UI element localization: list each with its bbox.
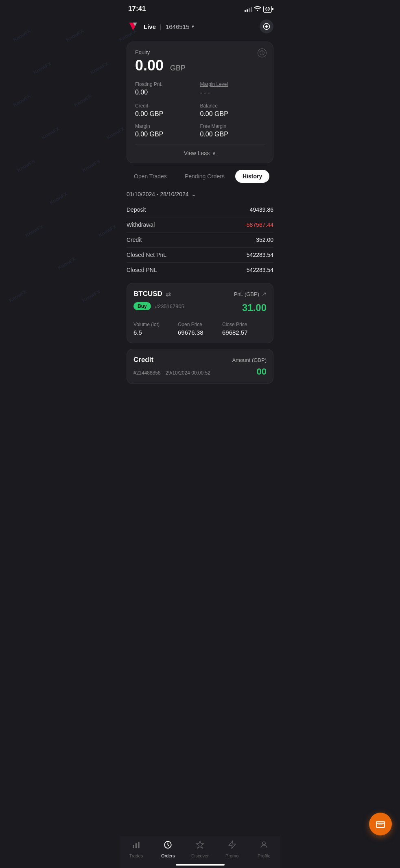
close-price-label: Close Price xyxy=(222,322,267,327)
stat-credit-value: 352.00 xyxy=(256,237,273,243)
stat-closed-net-pnl-label: Closed Net PnL xyxy=(127,252,166,258)
view-less-button[interactable]: View Less ∧ xyxy=(135,145,265,156)
stat-credit-label: Credit xyxy=(127,237,142,243)
floating-pnl-value: 0.00 xyxy=(135,89,148,96)
chevron-up-icon: ∧ xyxy=(212,150,216,156)
stat-deposit-label: Deposit xyxy=(127,206,146,213)
stat-withdrawal-label: Withdrawal xyxy=(127,221,155,228)
balance-label: Balance xyxy=(200,103,265,109)
date-range-value: 01/10/2024 - 28/10/2024 xyxy=(127,191,189,197)
header-left: Live | 1646515 ▾ xyxy=(127,20,194,33)
margin-level-label: Margin Level xyxy=(200,81,265,87)
wifi-icon xyxy=(254,6,261,12)
credit-equity-value: 0.00 GBP xyxy=(135,110,163,117)
stat-withdrawal-value: -587567.44 xyxy=(245,221,273,228)
equity-currency: GBP xyxy=(170,64,186,72)
margin-level-value: --- xyxy=(200,89,211,97)
credit-card-header: Credit Amount (GBP) xyxy=(133,356,267,364)
credit-date: 29/10/2024 00:00:52 xyxy=(166,370,210,376)
credit-id: #214488858 xyxy=(133,370,161,376)
trade-card-btcusd: BTCUSD ⇄ PnL (GBP) ↗ Buy #235167905 31.0… xyxy=(127,283,273,343)
pnl-label-row: PnL (GBP) ↗ xyxy=(234,291,267,297)
open-price-label: Open Price xyxy=(178,322,222,327)
account-divider: | xyxy=(160,23,162,30)
account-selector[interactable]: Live | 1646515 ▾ xyxy=(144,23,194,30)
credit-title: Credit xyxy=(133,356,153,364)
pnl-gbp-label: PnL (GBP) xyxy=(234,291,259,297)
header-right xyxy=(260,20,273,33)
equity-label: Equity xyxy=(135,49,265,55)
margin-label: Margin xyxy=(135,123,200,129)
tab-history[interactable]: History xyxy=(235,170,269,183)
tabs-row: Open Trades Pending Orders History xyxy=(120,168,280,188)
open-price-item: Open Price 69676.38 xyxy=(178,322,222,336)
equity-card: ⓘ Equity 0.00 GBP Floating PnL 0.00 Marg… xyxy=(127,42,273,163)
status-time: 17:41 xyxy=(128,5,146,13)
credit-equity-label: Credit xyxy=(135,103,200,109)
tab-open-trades[interactable]: Open Trades xyxy=(127,170,174,183)
account-live-label: Live xyxy=(144,23,156,30)
stat-closed-pnl: Closed PNL 542283.54 xyxy=(127,263,273,277)
credit-item: Credit 0.00 GBP xyxy=(135,103,200,118)
chevron-down-icon: ▾ xyxy=(192,24,194,29)
credit-amount: 00 xyxy=(257,366,267,377)
trade-adjust-icon[interactable]: ⇄ xyxy=(166,290,171,298)
trade-symbol: BTCUSD xyxy=(133,290,162,298)
trade-prices: Volume (lot) 6.5 Open Price 69676.38 Clo… xyxy=(133,322,267,336)
stat-withdrawal: Withdrawal -587567.44 xyxy=(127,217,273,232)
open-price-value: 69676.38 xyxy=(178,329,203,336)
app-logo xyxy=(127,20,140,33)
trade-id: #235167905 xyxy=(155,303,184,309)
volume-label: Volume (lot) xyxy=(133,322,178,327)
trade-card-header: BTCUSD ⇄ PnL (GBP) ↗ xyxy=(133,290,267,298)
status-bar: 17:41 69 xyxy=(120,0,280,16)
close-price-value: 69682.57 xyxy=(222,329,248,336)
header: Live | 1646515 ▾ xyxy=(120,16,280,38)
pnl-value: 31.00 xyxy=(242,302,267,313)
stat-credit: Credit 352.00 xyxy=(127,232,273,248)
history-stats: Deposit 49439.86 Withdrawal -587567.44 C… xyxy=(120,202,280,277)
svg-point-4 xyxy=(265,25,268,28)
stat-closed-pnl-label: Closed PNL xyxy=(127,267,157,273)
stat-closed-net-pnl-value: 542283.54 xyxy=(247,252,273,258)
stat-closed-pnl-value: 542283.54 xyxy=(247,267,273,273)
free-margin-value: 0.00 GBP xyxy=(200,131,228,138)
free-margin-item: Free Margin 0.00 GBP xyxy=(200,123,265,138)
stat-closed-net-pnl: Closed Net PnL 542283.54 xyxy=(127,248,273,263)
credit-transaction-card: Credit Amount (GBP) #214488858 29/10/202… xyxy=(127,349,273,384)
svg-point-0 xyxy=(257,10,258,11)
stat-deposit-value: 49439.86 xyxy=(250,206,273,213)
balance-value: 0.00 GBP xyxy=(200,110,228,117)
equity-value: 0.00 GBP xyxy=(135,57,265,74)
volume-value: 6.5 xyxy=(133,329,142,336)
credit-meta: #214488858 29/10/2024 00:00:52 xyxy=(133,370,210,376)
floating-pnl-label: Floating PnL xyxy=(135,81,200,87)
close-price-item: Close Price 69682.57 xyxy=(222,322,267,336)
share-icon[interactable]: ↗ xyxy=(262,291,267,297)
info-icon[interactable]: ⓘ xyxy=(258,48,267,57)
signal-icon xyxy=(245,6,252,12)
battery-icon: 69 xyxy=(263,6,272,13)
balance-item: Balance 0.00 GBP xyxy=(200,103,265,118)
date-range-chevron: ⌄ xyxy=(191,191,196,197)
amount-label: Amount (GBP) xyxy=(232,357,267,363)
buy-badge: Buy xyxy=(133,302,151,310)
date-range-selector[interactable]: 01/10/2024 - 28/10/2024 ⌄ xyxy=(120,188,280,202)
margin-item: Margin 0.00 GBP xyxy=(135,123,200,138)
floating-pnl-item: Floating PnL 0.00 xyxy=(135,81,200,97)
margin-value: 0.00 GBP xyxy=(135,131,163,138)
settings-button[interactable] xyxy=(260,20,273,33)
equity-grid: Floating PnL 0.00 Margin Level --- Credi… xyxy=(135,81,265,138)
status-icons: 69 xyxy=(245,6,272,13)
margin-level-item: Margin Level --- xyxy=(200,81,265,97)
tab-pending-orders[interactable]: Pending Orders xyxy=(177,170,232,183)
free-margin-label: Free Margin xyxy=(200,123,265,129)
account-number: 1646515 xyxy=(166,23,189,30)
stat-deposit: Deposit 49439.86 xyxy=(127,202,273,217)
volume-item: Volume (lot) 6.5 xyxy=(133,322,178,336)
trade-meta: Buy #235167905 xyxy=(133,302,184,310)
